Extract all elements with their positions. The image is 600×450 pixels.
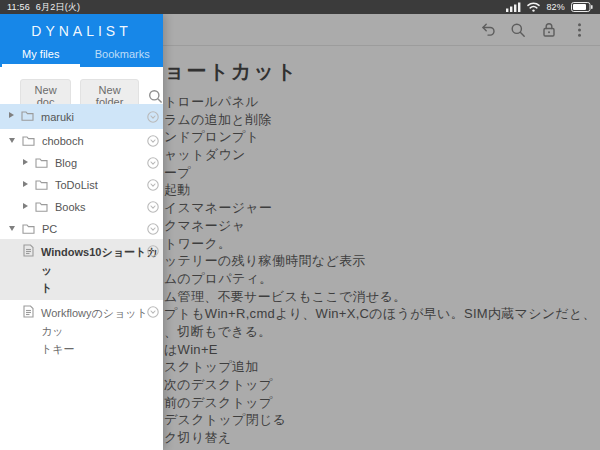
tree-item-label: PC [42,217,57,237]
tree-item-label: Blog [55,151,77,171]
sidebar-header: DYNALIST My files Bookmarks [0,14,163,67]
item-menu-icon[interactable] [147,245,159,257]
item-menu-icon[interactable] [147,157,159,169]
item-menu-icon[interactable] [147,201,159,213]
outline-item[interactable]: ク切り替え [164,429,600,447]
outline-item[interactable]: 前のデスクトップ [164,394,600,412]
item-menu-icon[interactable] [147,135,159,147]
status-date: 6月2日(火) [36,0,80,14]
search-icon[interactable] [148,89,163,104]
active-tab-underline [2,64,80,67]
tree-item-label: Workflowyのショットカッ トキー [41,300,159,358]
outline-item[interactable]: ープ [164,164,600,182]
disclosure-collapsed-icon[interactable] [23,159,28,165]
tree-item-label: choboch [42,129,84,149]
outline-item[interactable]: スクトップ追加 [164,358,600,376]
tree-item-label: Windows10ショートカッ ト [41,239,159,297]
lock-icon[interactable] [540,21,557,38]
item-menu-icon[interactable] [147,179,159,191]
document-title: ョートカット [164,58,298,85]
document-icon [23,305,34,318]
outline-item[interactable]: トロールパネル [164,93,600,111]
folder-icon [22,223,35,234]
status-bar: 11:56 6月2日(火) 82% [0,0,600,14]
tree-item-label: Books [55,195,86,215]
outline-item[interactable]: ラムの追加と削除 [164,111,600,129]
disclosure-expanded-icon[interactable] [9,138,15,143]
document-pane: ョートカット トロールパネル ラムの追加と削除 ンドプロンプト ャットダウン ー… [163,14,600,450]
tree-item-windows10-shortcuts[interactable]: Windows10ショートカッ ト [0,239,163,300]
folder-icon [22,135,35,146]
tree-item-blog[interactable]: Blog [0,151,163,173]
wifi-icon [527,2,540,12]
outline-item[interactable]: ャットダウン [164,146,600,164]
item-menu-icon[interactable] [147,223,159,235]
disclosure-collapsed-icon[interactable] [23,203,28,209]
item-menu-icon[interactable] [147,306,159,318]
outline-item[interactable]: プトもWin+R,cmdより、Win+X,Cのほうが早い。SIM内蔵マシンだと、 [164,305,600,323]
outline-item[interactable]: 次のデスクトップ [164,376,600,394]
document-toolbar [163,14,600,46]
disclosure-collapsed-icon[interactable] [23,181,28,187]
more-options-icon[interactable] [571,21,588,38]
tab-my-files[interactable]: My files [0,48,82,64]
outline-item[interactable]: ッテリーの残り稼働時間など表示 [164,252,600,270]
search-icon[interactable] [509,21,526,38]
document-icon [23,244,34,257]
file-sidebar: DYNALIST My files Bookmarks New doc New … [0,14,163,450]
tree-item-books[interactable]: Books [0,195,163,217]
tree-item-workflowy-shortcuts[interactable]: Workflowyのショットカッ トキー [0,300,163,361]
undo-icon[interactable] [478,21,495,38]
outline-item[interactable]: ム管理、不要サービスもここで消せる。 [164,288,600,306]
tree-item-label: ToDoList [55,173,98,193]
outline-item[interactable]: はWin+E [164,341,600,359]
tab-label: My files [22,48,59,60]
outline-item[interactable]: 、切断もできる。 [164,323,600,341]
tree-item-label: maruki [41,104,74,125]
tree-item-maruki[interactable]: maruki [0,104,163,129]
screen: 11:56 6月2日(火) 82% [0,0,600,450]
disclosure-expanded-icon[interactable] [9,226,15,231]
tree-item-pc[interactable]: PC [0,217,163,239]
outline-item[interactable]: クマネージャ [164,217,600,235]
folder-icon [35,201,48,212]
cellular-signal-icon [506,2,521,12]
outline-item[interactable]: トワーク。 [164,235,600,253]
tab-label: Bookmarks [95,48,150,60]
outline-item[interactable]: ムのプロパティ。 [164,270,600,288]
outline-item[interactable]: イスマネージャー [164,199,600,217]
outline-item[interactable]: 起動 [164,181,600,199]
tree-item-todolist[interactable]: ToDoList [0,173,163,195]
app-title: DYNALIST [0,14,163,39]
folder-icon [35,157,48,168]
item-menu-icon[interactable] [147,111,159,123]
outline-item[interactable]: デスクトップ閉じる [164,411,600,429]
battery-percent: 82% [546,0,565,14]
tab-bookmarks[interactable]: Bookmarks [82,48,164,64]
battery-icon [571,2,593,12]
outline-item[interactable]: ンドプロンプト [164,128,600,146]
disclosure-collapsed-icon[interactable] [9,112,14,118]
folder-icon [35,179,48,190]
tree-item-choboch[interactable]: choboch [0,129,163,151]
status-time: 11:56 [7,0,30,14]
outline-list: トロールパネル ラムの追加と削除 ンドプロンプト ャットダウン ープ 起動 イス… [164,93,600,447]
file-tree: maruki choboch Blog [0,104,163,361]
folder-icon [21,110,34,121]
